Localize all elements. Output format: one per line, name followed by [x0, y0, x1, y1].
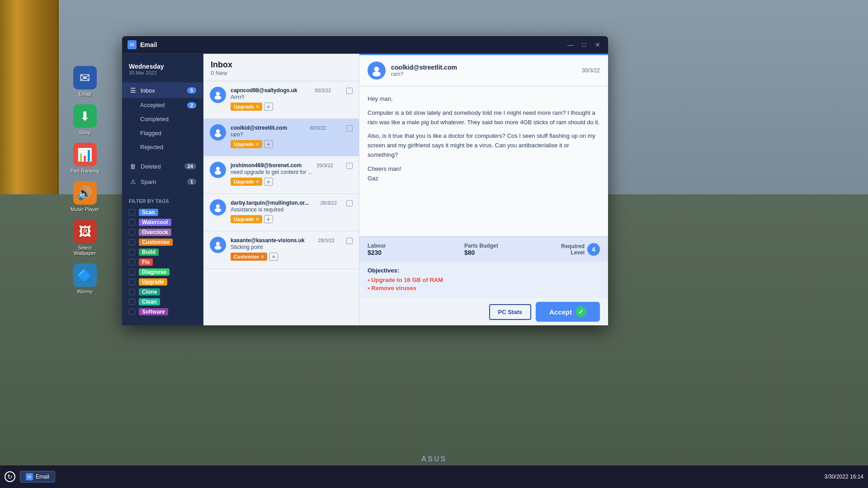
tag-software[interactable]: Software	[129, 307, 196, 317]
nav-deleted-badge: 24	[184, 163, 196, 169]
email-date-4: 28/3/22	[320, 200, 337, 206]
email-detail-header: coolkid@streetlit.com ram? 30/3/22	[359, 55, 608, 86]
nav-flagged[interactable]: Flagged	[122, 126, 203, 140]
email-detail-body: Hey man, Computer is a bit slow lately a…	[359, 86, 608, 237]
email-subject-2: ram?	[231, 131, 353, 138]
sidebar-app-wormy[interactable]: 🔷 Wormy	[66, 261, 104, 297]
email-item-1[interactable]: capncod98@saltydogs.uk 30/3/22 Arrrr!! U…	[203, 81, 359, 119]
sidebar-app-select-wallpaper[interactable]: 🖼 Select Wallpaper	[66, 217, 104, 258]
email-avatar-5	[210, 237, 226, 253]
email-tag-add-2[interactable]: +	[264, 140, 273, 148]
email-item-4[interactable]: darby.tarquin@mullington.or... 28/3/22 A…	[203, 194, 359, 231]
email-item-1-header: capncod98@saltydogs.uk 30/3/22 Arrrr!! U…	[210, 87, 353, 111]
tag-build-checkbox[interactable]	[129, 249, 135, 255]
email-sender-row-1: capncod98@saltydogs.uk 30/3/22	[231, 87, 353, 94]
email-date-3: 29/3/22	[316, 163, 333, 168]
tag-software-checkbox[interactable]	[129, 309, 135, 315]
close-button[interactable]: ✕	[593, 40, 603, 50]
tag-build[interactable]: Build	[129, 247, 196, 257]
tag-clean-checkbox[interactable]	[129, 299, 135, 305]
tag-scan[interactable]: Scan	[129, 207, 196, 217]
nav-flagged-label: Flagged	[140, 130, 161, 136]
tag-diagnose-checkbox[interactable]	[129, 269, 135, 275]
tag-fix-checkbox[interactable]	[129, 259, 135, 265]
email-checkbox-4[interactable]	[346, 200, 353, 206]
tag-clone-label: Clone	[139, 288, 160, 296]
minimize-button[interactable]: —	[566, 40, 576, 50]
email-tag-upgrade-3-remove[interactable]: ✕	[255, 179, 259, 184]
email-item-3[interactable]: joshimon469@borenet.com 29/3/22 need upg…	[203, 156, 359, 194]
sidebar-app-email[interactable]: ✉ Email	[66, 63, 104, 99]
email-tag-upgrade-3: Upgrade ✕	[231, 178, 262, 186]
sidebar-app-part-ranking[interactable]: 📊 Part Ranking	[66, 140, 104, 176]
nav-accepted[interactable]: Accepted 2	[122, 98, 203, 112]
job-required-badge: 4	[587, 243, 600, 256]
email-tag-upgrade-1-remove[interactable]: ✕	[255, 104, 259, 109]
detail-avatar	[368, 61, 386, 80]
email-checkbox-5[interactable]	[346, 238, 353, 244]
nav-spam-badge: 1	[187, 178, 196, 185]
tag-customise[interactable]: Customise	[129, 237, 196, 247]
email-tag-customise-5-remove[interactable]: ✕	[260, 254, 264, 259]
tag-watercool-checkbox[interactable]	[129, 219, 135, 225]
tag-overclock[interactable]: Overclock	[129, 227, 196, 237]
email-checkbox-2[interactable]	[346, 125, 353, 131]
tag-software-label: Software	[139, 308, 168, 315]
email-tags-4: Upgrade ✕ +	[231, 215, 353, 223]
tag-watercool-label: Watercool	[139, 219, 171, 226]
tag-watercool[interactable]: Watercool	[129, 217, 196, 227]
tag-scan-checkbox[interactable]	[129, 209, 135, 216]
action-bar: PC Stats Accept ✓	[359, 298, 608, 325]
email-tag-upgrade-2-remove[interactable]: ✕	[255, 142, 259, 147]
email-checkbox-1[interactable]	[346, 88, 353, 94]
maximize-button[interactable]: □	[579, 40, 589, 50]
tag-customise-checkbox[interactable]	[129, 239, 135, 245]
sidebar-app-music-player-label: Music Player	[71, 206, 99, 212]
email-tag-upgrade-4-remove[interactable]: ✕	[255, 217, 259, 222]
tag-fix[interactable]: Fix	[129, 257, 196, 267]
nav-spam[interactable]: ⚠ Spam 1	[122, 174, 203, 189]
sidebar-app-shop[interactable]: ⬇ Shop	[66, 102, 104, 138]
nav-rejected[interactable]: Rejected	[122, 140, 203, 154]
email-sender-row-4: darby.tarquin@mullington.or... 28/3/22	[231, 199, 353, 206]
email-subject-4: Assistance is required	[231, 206, 353, 213]
email-item-4-header: darby.tarquin@mullington.or... 28/3/22 A…	[210, 199, 353, 223]
job-parts: Parts Budget $80	[464, 243, 552, 256]
job-labour-value: $230	[368, 249, 455, 256]
tag-upgrade[interactable]: Upgrade	[129, 277, 196, 287]
taskbar-email-app[interactable]: ✉ Email	[20, 471, 55, 483]
detail-sender: coolkid@streetlit.com	[391, 64, 576, 71]
accept-button[interactable]: Accept ✓	[536, 302, 600, 322]
email-tag-add-4[interactable]: +	[264, 215, 273, 223]
job-required-label: RequiredLevel	[561, 243, 585, 256]
email-tag-add-5[interactable]: +	[269, 253, 278, 261]
nav-completed[interactable]: Completed	[122, 112, 203, 126]
email-tag-customise-5-label: Customise	[234, 254, 259, 259]
svg-point-6	[216, 204, 220, 208]
email-tag-add-1[interactable]: +	[264, 103, 273, 111]
email-item-2[interactable]: coolkid@streetlit.com 30/3/22 ram? Upgra…	[203, 119, 359, 156]
nav-inbox-badge: 5	[187, 87, 196, 94]
taskbar-refresh-button[interactable]: ↻	[5, 471, 15, 482]
tag-upgrade-checkbox[interactable]	[129, 279, 135, 285]
sidebar-app-music-player[interactable]: 🔊 Music Player	[66, 178, 104, 215]
email-item-3-header: joshimon469@borenet.com 29/3/22 need upg…	[210, 162, 353, 186]
nav-inbox[interactable]: ☰ Inbox 5	[122, 83, 203, 98]
tag-clean[interactable]: Clean	[129, 297, 196, 307]
nav-deleted[interactable]: 🗑 Deleted 24	[122, 159, 203, 174]
tag-diagnose[interactable]: Diagnose	[129, 267, 196, 277]
email-tag-upgrade-1: Upgrade ✕	[231, 103, 262, 111]
email-item-5[interactable]: kasante@kasante-visions.uk 28/3/22 Stick…	[203, 231, 359, 269]
email-subject-5: Sticking point	[231, 244, 353, 250]
tag-overclock-checkbox[interactable]	[129, 229, 135, 235]
email-info-5: kasante@kasante-visions.uk 28/3/22 Stick…	[231, 237, 353, 261]
email-item-2-header: coolkid@streetlit.com 30/3/22 ram? Upgra…	[210, 124, 353, 148]
pc-stats-button[interactable]: PC Stats	[489, 304, 531, 320]
tag-clone-checkbox[interactable]	[129, 289, 135, 295]
tag-clone[interactable]: Clone	[129, 287, 196, 297]
window-body: Wednesday 30 Mar 2022 ☰ Inbox 5 Accepted…	[122, 54, 608, 325]
email-tag-add-3[interactable]: +	[264, 178, 273, 186]
window-controls: — □ ✕	[566, 40, 603, 50]
email-info-2: coolkid@streetlit.com 30/3/22 ram? Upgra…	[231, 124, 353, 148]
email-checkbox-3[interactable]	[346, 163, 353, 169]
